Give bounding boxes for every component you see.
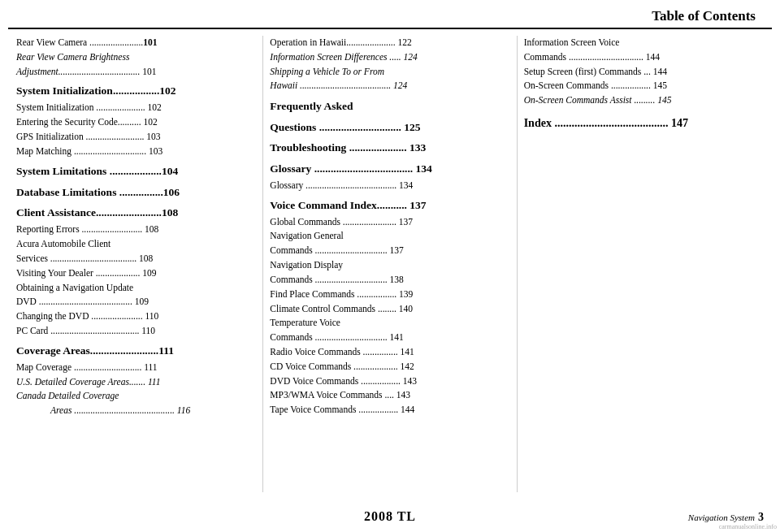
- list-item: Visiting Your Dealer ...................…: [16, 266, 256, 281]
- section-header: Frequently Asked: [270, 98, 509, 115]
- list-item: Services ...............................…: [16, 252, 256, 266]
- list-item: DVD ....................................…: [16, 295, 256, 309]
- list-item: Tape Voice Commands ................. 14…: [270, 403, 509, 417]
- column-2: Operation in Hawaii.....................…: [263, 36, 517, 492]
- list-item: Canada Detailed Coverage: [16, 389, 256, 404]
- list-item: Shipping a Vehicle To or From: [270, 65, 509, 80]
- list-item: Commands ...............................…: [270, 244, 509, 258]
- list-item: On-Screen Commands Assist ......... 145: [524, 93, 764, 108]
- section-header: System Limitations ...................10…: [16, 163, 256, 180]
- section-header: Troubleshooting ..................... 13…: [270, 140, 509, 157]
- list-item: Operation in Hawaii.....................…: [270, 36, 509, 50]
- list-item: Commands ...............................…: [524, 50, 764, 65]
- list-item: Map Coverage ...........................…: [16, 361, 256, 375]
- list-item: Navigation General: [270, 229, 509, 244]
- section-header: Coverage Areas.........................1…: [16, 343, 256, 360]
- section-header: Database Limitations ................106: [16, 184, 256, 201]
- list-item: Acura Automobile Client: [16, 237, 256, 252]
- list-item: MP3/WMA Voice Commands .... 143: [270, 388, 509, 403]
- list-item: PC Card ................................…: [16, 324, 256, 339]
- list-item: System Initialization ..................…: [16, 101, 256, 115]
- list-item: Changing the DVD ...................... …: [16, 309, 256, 324]
- list-item: Information Screen Voice: [524, 36, 764, 50]
- list-item: Commands ...............................…: [270, 273, 509, 288]
- list-item: Entering the Security Code.......... 102: [16, 115, 256, 130]
- list-item: Find Place Commands ................. 13…: [270, 288, 509, 302]
- list-item: Rear View Camera Brightness: [16, 50, 256, 65]
- list-item: Rear View Camera .......................…: [16, 36, 256, 50]
- list-item: Navigation Display: [270, 258, 509, 273]
- list-item: Setup Screen (first) Commands ... 144: [524, 65, 764, 80]
- list-item: CD Voice Commands ................... 14…: [270, 360, 509, 374]
- list-item: Radio Voice Commands ............... 141: [270, 345, 509, 360]
- footer: 2008 TL: [0, 509, 780, 524]
- content-area: Rear View Camera .......................…: [0, 29, 780, 492]
- section-header: Index ..................................…: [524, 115, 764, 132]
- list-item: Hawaii .................................…: [270, 79, 509, 93]
- section-header: System Initialization.................10…: [16, 83, 256, 100]
- list-item: On-Screen Commands ................. 145: [524, 79, 764, 93]
- list-item: DVD Voice Commands ................. 143: [270, 374, 509, 389]
- section-header: Voice Command Index........... 137: [270, 197, 509, 214]
- list-item: Global Commands ....................... …: [270, 215, 509, 230]
- list-item: Climate Control Commands ........ 140: [270, 302, 509, 317]
- list-item: Information Screen Differences ..... 124: [270, 50, 509, 65]
- section-header: Questions ..............................…: [270, 119, 509, 136]
- column-1: Rear View Camera .......................…: [10, 36, 263, 492]
- list-item: Obtaining a Navigation Update: [16, 281, 256, 296]
- footer-center-text: 2008 TL: [364, 509, 416, 524]
- section-header: Client Assistance.......................…: [16, 205, 256, 222]
- list-item: Adjustment..............................…: [16, 65, 256, 80]
- list-item: Glossary ...............................…: [270, 179, 509, 193]
- section-header: Glossary ...............................…: [270, 161, 509, 178]
- column-3: Information Screen Voice Commands ......…: [518, 36, 770, 492]
- list-item: U.S. Detailed Coverage Areas....... 111: [16, 375, 256, 390]
- list-item: Areas ..................................…: [16, 404, 256, 418]
- watermark: carmanualsonline.info: [716, 521, 780, 532]
- list-item: GPS Initialization .....................…: [16, 130, 256, 145]
- list-item: Map Matching ...........................…: [16, 145, 256, 159]
- list-item: Reporting Errors .......................…: [16, 223, 256, 237]
- list-item: Commands ...............................…: [270, 331, 509, 345]
- page-title: Table of Contents: [8, 0, 772, 29]
- list-item: Temperature Voice: [270, 316, 509, 331]
